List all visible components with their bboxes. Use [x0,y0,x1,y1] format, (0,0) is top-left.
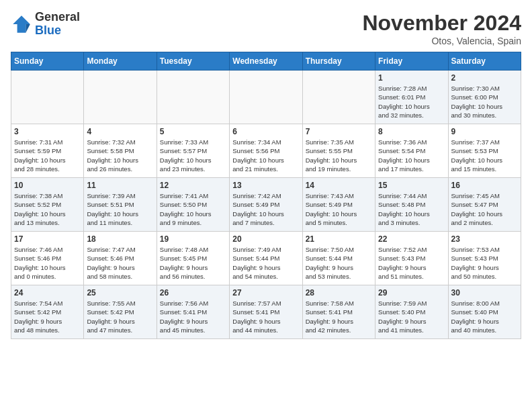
day-info: Sunrise: 7:45 AMSunset: 5:47 PMDaylight:… [451,191,518,227]
day-info: Sunrise: 7:53 AMSunset: 5:43 PMDaylight:… [451,245,518,281]
calendar-week-3: 17Sunrise: 7:46 AMSunset: 5:46 PMDayligh… [11,232,521,285]
day-info: Sunrise: 7:52 AMSunset: 5:43 PMDaylight:… [378,245,445,281]
day-number: 20 [232,234,299,244]
calendar-cell: 6Sunrise: 7:34 AMSunset: 5:56 PMDaylight… [230,124,302,178]
day-number: 27 [232,288,299,298]
day-number: 24 [14,288,81,298]
calendar-cell: 27Sunrise: 7:57 AMSunset: 5:41 PMDayligh… [230,285,302,339]
day-info: Sunrise: 7:46 AMSunset: 5:46 PMDaylight:… [14,245,81,281]
calendar-cell: 8Sunrise: 7:36 AMSunset: 5:54 PMDaylight… [375,124,448,178]
day-number: 29 [378,288,445,298]
calendar-cell: 9Sunrise: 7:37 AMSunset: 5:53 PMDaylight… [448,124,521,178]
weekday-header-row: SundayMondayTuesdayWednesdayThursdayFrid… [11,52,521,71]
day-info: Sunrise: 7:32 AMSunset: 5:58 PMDaylight:… [87,138,153,173]
calendar-cell: 29Sunrise: 7:59 AMSunset: 5:40 PMDayligh… [375,285,448,339]
weekday-header-thursday: Thursday [302,52,375,71]
day-number: 26 [160,288,226,298]
calendar-cell: 28Sunrise: 7:58 AMSunset: 5:41 PMDayligh… [302,285,375,339]
page-header: General Blue November 2024 Otos, Valenci… [11,11,521,46]
location: Otos, Valencia, Spain [362,36,521,46]
calendar-cell [84,71,157,124]
weekday-header-friday: Friday [375,52,448,71]
calendar-cell: 18Sunrise: 7:47 AMSunset: 5:46 PMDayligh… [84,232,157,285]
day-info: Sunrise: 7:49 AMSunset: 5:44 PMDaylight:… [232,245,299,281]
svg-marker-1 [26,24,30,33]
day-info: Sunrise: 7:44 AMSunset: 5:48 PMDaylight:… [378,191,445,227]
calendar-cell [11,71,84,124]
calendar-week-4: 24Sunrise: 7:54 AMSunset: 5:42 PMDayligh… [11,285,521,339]
weekday-header-monday: Monday [84,52,157,71]
day-info: Sunrise: 7:42 AMSunset: 5:49 PMDaylight:… [232,191,299,227]
day-info: Sunrise: 7:54 AMSunset: 5:42 PMDaylight:… [14,299,81,334]
day-number: 11 [87,181,153,190]
calendar-cell: 7Sunrise: 7:35 AMSunset: 5:55 PMDaylight… [302,124,375,178]
day-info: Sunrise: 7:57 AMSunset: 5:41 PMDaylight:… [232,299,299,334]
day-number: 17 [14,234,81,244]
calendar-cell: 14Sunrise: 7:43 AMSunset: 5:49 PMDayligh… [302,178,375,232]
calendar-week-1: 3Sunrise: 7:31 AMSunset: 5:59 PMDaylight… [11,124,521,178]
calendar-cell: 5Sunrise: 7:33 AMSunset: 5:57 PMDaylight… [157,124,229,178]
day-info: Sunrise: 7:34 AMSunset: 5:56 PMDaylight:… [232,138,299,173]
day-number: 19 [160,234,226,244]
calendar-cell: 1Sunrise: 7:28 AMSunset: 6:01 PMDaylight… [375,71,448,124]
logo: General Blue [11,11,80,38]
calendar-cell: 26Sunrise: 7:56 AMSunset: 5:41 PMDayligh… [157,285,229,339]
calendar-cell: 20Sunrise: 7:49 AMSunset: 5:44 PMDayligh… [230,232,302,285]
calendar-cell [302,71,375,124]
day-number: 14 [306,181,372,190]
calendar-cell: 3Sunrise: 7:31 AMSunset: 5:59 PMDaylight… [11,124,84,178]
calendar-cell: 15Sunrise: 7:44 AMSunset: 5:48 PMDayligh… [375,178,448,232]
calendar-cell: 10Sunrise: 7:38 AMSunset: 5:52 PMDayligh… [11,178,84,232]
day-number: 2 [451,73,518,83]
title-block: November 2024 Otos, Valencia, Spain [362,11,521,46]
weekday-header-sunday: Sunday [11,52,84,71]
day-info: Sunrise: 7:43 AMSunset: 5:49 PMDaylight:… [306,191,372,227]
day-info: Sunrise: 7:36 AMSunset: 5:54 PMDaylight:… [378,138,445,173]
day-number: 10 [14,181,81,190]
day-number: 5 [160,127,226,136]
day-number: 18 [87,234,153,244]
calendar-cell: 2Sunrise: 7:30 AMSunset: 6:00 PMDaylight… [448,71,521,124]
calendar-cell: 23Sunrise: 7:53 AMSunset: 5:43 PMDayligh… [448,232,521,285]
calendar-cell: 17Sunrise: 7:46 AMSunset: 5:46 PMDayligh… [11,232,84,285]
calendar-cell: 30Sunrise: 8:00 AMSunset: 5:40 PMDayligh… [448,285,521,339]
calendar-week-0: 1Sunrise: 7:28 AMSunset: 6:01 PMDaylight… [11,71,521,124]
day-info: Sunrise: 7:37 AMSunset: 5:53 PMDaylight:… [451,138,518,173]
day-number: 8 [378,127,445,136]
day-info: Sunrise: 7:47 AMSunset: 5:46 PMDaylight:… [87,245,153,281]
day-number: 7 [306,127,372,136]
calendar-cell: 21Sunrise: 7:50 AMSunset: 5:44 PMDayligh… [302,232,375,285]
day-info: Sunrise: 7:39 AMSunset: 5:51 PMDaylight:… [87,191,153,227]
day-number: 22 [378,234,445,244]
calendar-cell [230,71,302,124]
weekday-header-wednesday: Wednesday [230,52,302,71]
calendar-cell: 16Sunrise: 7:45 AMSunset: 5:47 PMDayligh… [448,178,521,232]
day-number: 21 [306,234,372,244]
day-info: Sunrise: 7:35 AMSunset: 5:55 PMDaylight:… [306,138,372,173]
calendar-cell: 19Sunrise: 7:48 AMSunset: 5:45 PMDayligh… [157,232,229,285]
day-number: 4 [87,127,153,136]
day-info: Sunrise: 7:48 AMSunset: 5:45 PMDaylight:… [160,245,226,281]
day-number: 1 [378,73,445,83]
calendar-cell: 4Sunrise: 7:32 AMSunset: 5:58 PMDaylight… [84,124,157,178]
month-title: November 2024 [362,11,521,36]
calendar-cell [157,71,229,124]
calendar-cell: 22Sunrise: 7:52 AMSunset: 5:43 PMDayligh… [375,232,448,285]
day-info: Sunrise: 7:38 AMSunset: 5:52 PMDaylight:… [14,191,81,227]
day-info: Sunrise: 7:58 AMSunset: 5:41 PMDaylight:… [306,299,372,334]
logo-general: General [35,11,80,24]
day-info: Sunrise: 7:33 AMSunset: 5:57 PMDaylight:… [160,138,226,173]
day-info: Sunrise: 8:00 AMSunset: 5:40 PMDaylight:… [451,299,518,334]
calendar-cell: 12Sunrise: 7:41 AMSunset: 5:50 PMDayligh… [157,178,229,232]
logo-text: General Blue [35,11,80,38]
logo-icon [11,13,32,35]
day-number: 12 [160,181,226,190]
day-number: 3 [14,127,81,136]
day-number: 30 [451,288,518,298]
calendar-cell: 11Sunrise: 7:39 AMSunset: 5:51 PMDayligh… [84,178,157,232]
weekday-header-saturday: Saturday [448,52,521,71]
day-number: 23 [451,234,518,244]
calendar-week-2: 10Sunrise: 7:38 AMSunset: 5:52 PMDayligh… [11,178,521,232]
day-info: Sunrise: 7:31 AMSunset: 5:59 PMDaylight:… [14,138,81,173]
day-number: 13 [232,181,299,190]
